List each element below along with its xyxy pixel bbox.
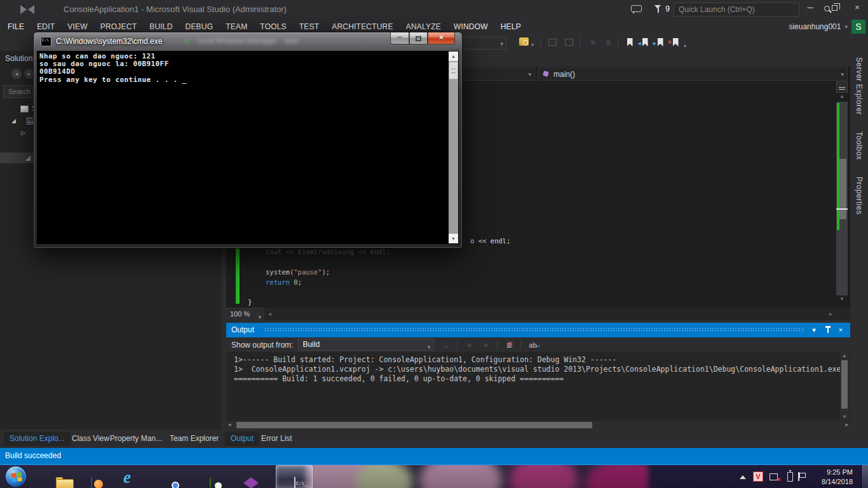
clear-all-icon[interactable]: ≣ [504, 340, 514, 350]
output-source-combobox[interactable]: Build ▾ [298, 339, 434, 351]
scrollbar-thumb[interactable] [841, 360, 848, 409]
taskbar-windows-explorer[interactable] [39, 465, 72, 488]
blurred-debug-toolbar: ▶ Local Windows Debugger Auto [185, 37, 299, 44]
cmd-close-button[interactable]: × [428, 32, 455, 44]
scroll-up-arrow[interactable]: ▴ [840, 352, 849, 360]
cmd-window[interactable]: C:\ C:\Windows\system32\cmd.exe ▶ Local … [33, 32, 463, 248]
scroll-right-arrow[interactable]: ▸ [829, 310, 832, 317]
zoom-level-combobox[interactable]: 100 % ▾ [226, 308, 264, 320]
close-button[interactable]: × [846, 0, 868, 17]
output-text-area[interactable]: 1>------ Build started: Project: Console… [226, 352, 840, 421]
expanded-arrow-icon[interactable]: ◢ [11, 115, 16, 127]
output-panel-header[interactable]: Output ▾ × [226, 323, 850, 337]
uncomment-icon[interactable] [563, 37, 574, 48]
notifications-flag-icon[interactable] [654, 5, 661, 13]
find-in-files-icon[interactable] [519, 37, 529, 46]
taskbar-internet-explorer[interactable]: e [111, 465, 144, 488]
windows-flag-icon [11, 472, 22, 482]
show-desktop-button[interactable] [861, 465, 868, 488]
splitter-grip-icon[interactable] [836, 81, 848, 93]
taskbar-media-player[interactable] [74, 465, 107, 488]
scroll-down-arrow[interactable]: ▾ [449, 234, 458, 243]
close-icon[interactable]: × [835, 323, 846, 337]
previous-message-icon[interactable]: ≡ [464, 340, 474, 350]
scroll-left-arrow[interactable]: ◂ [268, 310, 271, 317]
window-position-chevron-icon[interactable]: ▾ [808, 323, 820, 337]
tab-property-manager[interactable]: Property Man... [104, 431, 168, 446]
user-account-area[interactable]: sieuanhung001 ▾ S [789, 19, 865, 34]
menu-file[interactable]: FILE [1, 19, 31, 34]
console-scrollbar[interactable]: ▴ ▾ [449, 51, 458, 243]
tab-solution-explorer[interactable]: Solution Explo... [4, 431, 71, 446]
collapsed-arrow-icon[interactable]: ▷ [21, 127, 25, 139]
menu-help[interactable]: HELP [494, 19, 527, 34]
next-bookmark-icon[interactable]: ▸ [654, 37, 666, 48]
console-line: so sau dao nguoc la: 00B910FF [39, 60, 446, 68]
debug-target-label: Local Windows Debugger [198, 37, 277, 44]
console-output: Nhap so can dao nguoc: 121so sau dao ngu… [39, 53, 446, 84]
scrollbar-thumb[interactable] [839, 159, 846, 219]
scroll-up-arrow[interactable]: ▴ [836, 93, 848, 102]
user-avatar[interactable]: S [851, 20, 865, 34]
indent-icon[interactable]: ≡ [602, 37, 614, 48]
quick-launch-input[interactable]: Quick Launch (Ctrl+Q) [674, 3, 799, 17]
scroll-left-arrow[interactable]: ◂ [228, 421, 231, 428]
notifications-area[interactable]: 9 [654, 4, 670, 15]
start-button[interactable] [5, 466, 27, 487]
outdent-icon[interactable]: ≡ [587, 37, 599, 48]
tab-toolbox[interactable]: Toolbox [851, 126, 867, 165]
chevron-down-icon: ▾ [258, 311, 261, 323]
taskbar-visual-studio[interactable] [234, 465, 268, 488]
network-disconnected-icon[interactable]: × [770, 473, 779, 481]
back-button[interactable]: ◂ [11, 69, 22, 79]
tab-team-explorer[interactable]: Team Explorer [164, 431, 224, 446]
next-message-icon[interactable]: ≡ [480, 340, 491, 350]
scroll-right-arrow[interactable]: ▸ [845, 421, 848, 428]
scrollbar-thumb[interactable] [236, 422, 592, 428]
visual-studio-logo-icon [20, 5, 34, 14]
comment-icon[interactable] [546, 37, 558, 48]
status-bar: Build succeeded [0, 448, 868, 464]
coc-coc-browser-icon [210, 477, 211, 488]
editor-vertical-scrollbar[interactable]: ▴ ▾ [836, 81, 848, 308]
pin-icon[interactable] [822, 323, 834, 337]
taskbar-cmd-active[interactable]: C:\_ [276, 465, 313, 488]
tab-properties[interactable]: Properties [851, 172, 867, 220]
previous-bookmark-icon[interactable]: ◂ [639, 37, 651, 48]
output-line: 1> ConsoleApplication1.vcxproj -> c:\use… [234, 365, 840, 374]
taskbar-coc-coc[interactable] [193, 465, 226, 488]
scrollbar-thumb[interactable] [449, 62, 458, 79]
restore-button[interactable] [824, 0, 845, 17]
cmd-icon: C:\ [41, 37, 51, 46]
feedback-bubble-icon[interactable] [631, 5, 642, 12]
scroll-up-arrow[interactable]: ▴ [449, 51, 458, 61]
clear-bookmarks-icon[interactable]: × [670, 37, 681, 48]
chevron-down-icon: ▾ [844, 24, 848, 30]
editor-bottom-bar: 100 % ▾ ◂ ▸ [226, 308, 850, 320]
console-screen[interactable]: Nhap so can dao nguoc: 121so sau dao ngu… [37, 51, 459, 244]
cmd-title-bar[interactable]: C:\ C:\Windows\system32\cmd.exe ▶ Local … [34, 32, 462, 51]
cmd-minimize-button[interactable]: ─ [390, 32, 409, 44]
tab-output[interactable]: Output [225, 431, 259, 446]
tray-v-app-icon[interactable]: V [753, 471, 763, 482]
taskbar-chrome[interactable] [151, 465, 184, 488]
cmd-maximize-button[interactable] [409, 32, 428, 44]
solution-platform-combobox[interactable]: ▾ [462, 37, 506, 50]
output-line: ========== Build: 1 succeeded, 0 failed,… [234, 374, 840, 384]
chevron-up-icon [740, 475, 746, 479]
bookmark-toggle-icon[interactable] [624, 37, 635, 48]
tab-server-explorer[interactable]: Server Explorer [851, 52, 867, 120]
minimize-button[interactable]: ─ [799, 0, 821, 17]
output-horizontal-scrollbar[interactable]: ◂ ▸ [226, 421, 850, 430]
find-message-icon[interactable]: □ [440, 340, 451, 350]
toolbar-separator [580, 37, 580, 48]
scroll-down-arrow[interactable]: ▾ [840, 413, 849, 421]
output-vertical-scrollbar[interactable]: ▴ ▾ [840, 352, 849, 421]
taskbar-clock[interactable]: 9:25 PM 8/14/2018 [802, 468, 853, 487]
word-wrap-icon[interactable]: ab [527, 340, 538, 350]
panel-title: Output [231, 323, 254, 337]
tab-error-list[interactable]: Error List [255, 431, 298, 446]
battery-icon[interactable] [787, 472, 793, 482]
show-hidden-icons-button[interactable] [740, 475, 746, 479]
scroll-down-arrow[interactable]: ▾ [836, 295, 848, 304]
